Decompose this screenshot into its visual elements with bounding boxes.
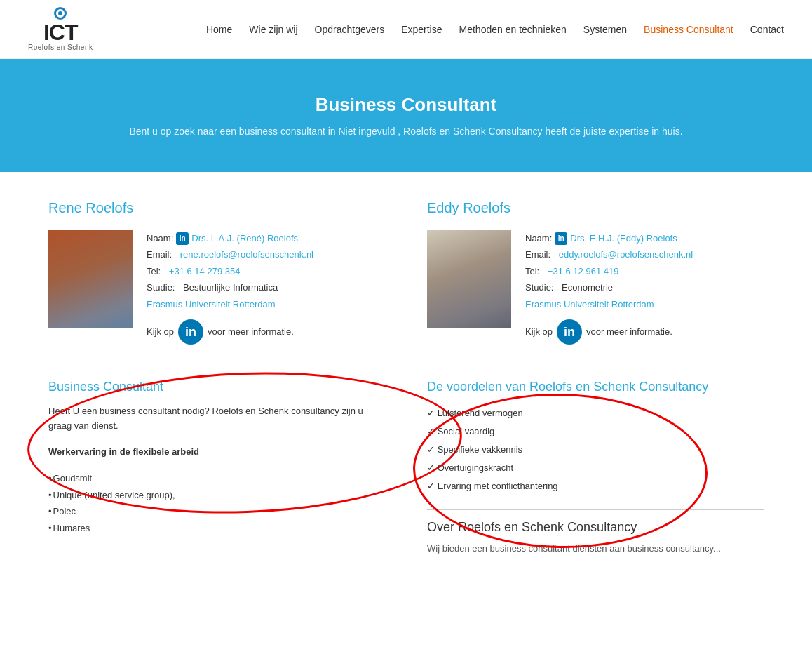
- rene-naam-label: Naam:: [147, 230, 173, 246]
- logo-text: ICT: [43, 21, 78, 44]
- consultants-row: Rene Roelofs Naam: in Drs. L.A.J. (René)…: [48, 200, 764, 345]
- list-item: Polec: [48, 503, 385, 519]
- eddy-linkedin-prefix: Kijk op: [525, 324, 553, 340]
- rene-email-label: Email:: [147, 246, 172, 262]
- rene-linkedin-area: Kijk op in voor meer informatie.: [147, 319, 385, 345]
- rene-linkedin-small-icon: in: [176, 232, 189, 245]
- rene-studie-label: Studie:: [147, 279, 175, 295]
- linkedin-logo-icon: in: [178, 319, 203, 345]
- nav-expertise[interactable]: Expertise: [401, 24, 442, 35]
- hero-title: Business Consultant: [28, 94, 784, 116]
- eddy-naam-line: Naam: in Drs. E.H.J. (Eddy) Roelofs: [525, 230, 764, 246]
- rene-univ-link[interactable]: Erasmus Universiteit Rotterdam: [147, 296, 276, 312]
- rene-studie-line: Studie: Bestuurlijke Informatica: [147, 279, 385, 295]
- rene-title: Rene Roelofs: [48, 200, 385, 216]
- rene-linkedin-suffix: voor meer informatie.: [208, 324, 294, 340]
- rene-photo: [48, 230, 133, 328]
- list-item: Overtuigingskracht: [427, 459, 764, 477]
- list-item: Ervaring met conflicthantering: [427, 477, 764, 495]
- main-nav: Home Wie zijn wij Opdrachtgevers Experti…: [206, 24, 784, 35]
- eddy-email-link[interactable]: eddy.roelofs@roelofsenschenk.nl: [559, 246, 693, 262]
- bc-col-intro: Heeft U een business consultant nodig? R…: [48, 404, 385, 434]
- eddy-tel-line: Tel: +31 6 12 961 419: [525, 263, 764, 279]
- rene-naam-line: Naam: in Drs. L.A.J. (René) Roelofs: [147, 230, 385, 246]
- rene-linkedin-prefix: Kijk op: [147, 324, 174, 340]
- rene-tel-line: Tel: +31 6 14 279 354: [147, 263, 385, 279]
- rene-email-link[interactable]: rene.roelofs@roelofsenschenk.nl: [180, 246, 313, 262]
- hero-section: Business Consultant Bent u op zoek naar …: [0, 59, 812, 172]
- eddy-tel-link[interactable]: +31 6 12 961 419: [548, 263, 619, 279]
- eddy-linkedin-large-icon[interactable]: in: [557, 319, 582, 345]
- list-item: Specifieke vakkennis: [427, 441, 764, 459]
- rene-info: Naam: in Drs. L.A.J. (René) Roelofs Emai…: [147, 230, 385, 345]
- rene-linkedin-large-icon[interactable]: in: [178, 319, 203, 345]
- voordelen-list: Luisterend vermogen Social vaardig Speci…: [427, 404, 764, 495]
- eddy-tel-label: Tel:: [525, 263, 539, 279]
- eddy-card: Naam: in Drs. E.H.J. (Eddy) Roelofs Emai…: [427, 230, 764, 345]
- over-text: Wij bieden een business consultant diens…: [427, 542, 764, 556]
- voordelen-col: De voordelen van Roelofs en Schenk Consu…: [427, 380, 764, 568]
- nav-systemen[interactable]: Systemen: [583, 24, 627, 35]
- bottom-row: Business Consultant Heeft U een business…: [48, 380, 764, 568]
- consultant-rene: Rene Roelofs Naam: in Drs. L.A.J. (René)…: [48, 200, 385, 345]
- werkervaring-title: Werkervaring in de flexibele arbeid: [48, 445, 385, 460]
- logo-circle-icon: [54, 7, 67, 20]
- logo-sub: Roelofs en Schenk: [28, 44, 93, 51]
- list-item: Goudsmit: [48, 470, 385, 486]
- list-item: Social vaardig: [427, 422, 764, 441]
- eddy-email-label: Email:: [525, 246, 550, 262]
- rene-tel-label: Tel:: [147, 263, 161, 279]
- rene-tel-link[interactable]: +31 6 14 279 354: [169, 263, 241, 279]
- rene-naam-link[interactable]: Drs. L.A.J. (René) Roelofs: [191, 230, 298, 246]
- main-content: Rene Roelofs Naam: in Drs. L.A.J. (René)…: [20, 172, 792, 582]
- eddy-studie-label: Studie:: [525, 279, 553, 295]
- rene-email-line: Email: rene.roelofs@roelofsenschenk.nl: [147, 246, 385, 262]
- eddy-linkedin-small-icon: in: [555, 232, 567, 245]
- nav-contact[interactable]: Contact: [750, 24, 784, 35]
- werkervaring-list: Goudsmit Unique (united service group), …: [48, 470, 385, 536]
- bc-col-title: Business Consultant: [48, 380, 385, 394]
- list-item: Humares: [48, 520, 385, 536]
- linkedin-logo-icon-2: in: [557, 319, 582, 345]
- over-section: Over Roelofs en Schenk Consultancy Wij b…: [427, 509, 764, 556]
- eddy-univ-link[interactable]: Erasmus Universiteit Rotterdam: [525, 296, 654, 312]
- hero-subtitle: Bent u op zoek naar een business consult…: [28, 126, 784, 137]
- over-title: Over Roelofs en Schenk Consultancy: [427, 520, 764, 535]
- nav-methoden[interactable]: Methoden en technieken: [459, 24, 567, 35]
- rene-studie-value: Bestuurlijke Informatica: [183, 279, 278, 295]
- bc-col: Business Consultant Heeft U een business…: [48, 380, 385, 568]
- eddy-linkedin-area: Kijk op in voor meer informatie.: [525, 319, 764, 345]
- nav-home[interactable]: Home: [206, 24, 232, 35]
- nav-business-consultant[interactable]: Business Consultant: [644, 24, 733, 35]
- eddy-studie-line: Studie: Econometrie: [525, 279, 764, 295]
- voordelen-title: De voordelen van Roelofs en Schenk Consu…: [427, 380, 764, 394]
- eddy-email-line: Email: eddy.roelofs@roelofsenschenk.nl: [525, 246, 764, 262]
- eddy-linkedin-suffix: voor meer informatie.: [586, 324, 672, 340]
- header: ICT Roelofs en Schenk Home Wie zijn wij …: [0, 0, 812, 59]
- eddy-title: Eddy Roelofs: [427, 200, 764, 216]
- list-item: Luisterend vermogen: [427, 404, 764, 422]
- eddy-univ-line: Erasmus Universiteit Rotterdam: [525, 296, 764, 312]
- rene-card: Naam: in Drs. L.A.J. (René) Roelofs Emai…: [48, 230, 385, 345]
- eddy-naam-label: Naam:: [525, 230, 552, 246]
- nav-wie[interactable]: Wie zijn wij: [249, 24, 297, 35]
- eddy-naam-link[interactable]: Drs. E.H.J. (Eddy) Roelofs: [570, 230, 677, 246]
- list-item: Unique (united service group),: [48, 487, 385, 503]
- eddy-photo: [427, 230, 511, 328]
- eddy-info: Naam: in Drs. E.H.J. (Eddy) Roelofs Emai…: [525, 230, 764, 345]
- logo: ICT Roelofs en Schenk: [28, 7, 93, 51]
- consultant-eddy: Eddy Roelofs Naam: in Drs. E.H.J. (Eddy)…: [427, 200, 764, 345]
- rene-univ-line: Erasmus Universiteit Rotterdam: [147, 296, 385, 312]
- eddy-studie-value: Econometrie: [562, 279, 613, 295]
- nav-opdrachtgevers[interactable]: Opdrachtgevers: [315, 24, 385, 35]
